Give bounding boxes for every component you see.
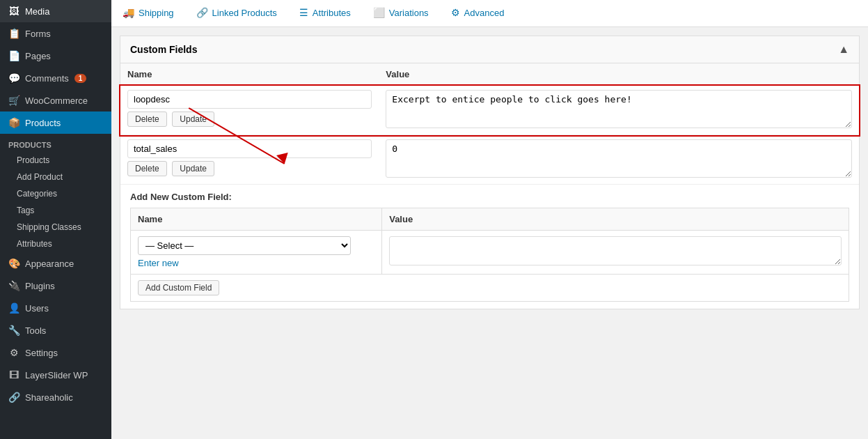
sidebar-item-products[interactable]: 📦 Products — [0, 111, 111, 134]
tab-row: 🚚 Shipping 🔗 Linked Products ☰ Attribute… — [111, 0, 868, 26]
cf-row1-actions: Delete Update — [127, 111, 372, 127]
custom-fields-table: Name Value Delete Update — [120, 63, 859, 185]
sidebar-item-pages[interactable]: 📄 Pages — [0, 45, 111, 67]
add-new-name-header: Name — [131, 208, 382, 231]
table-row: Delete Update 0 — [120, 135, 859, 185]
add-new-table: Name Value — Select — Enter new — [130, 208, 849, 302]
sidebar-sub-label-add-product: Add Product — [17, 172, 63, 182]
sidebar-sub-attributes[interactable]: Attributes — [0, 236, 111, 252]
sidebar-label-settings: Settings — [25, 348, 58, 358]
tab-shipping[interactable]: 🚚 Shipping — [111, 0, 185, 26]
add-new-name-cell: — Select — Enter new — [131, 231, 382, 275]
shareaholic-icon: 🔗 — [8, 392, 19, 403]
sidebar-sub-add-product[interactable]: Add Product — [0, 169, 111, 185]
add-new-header-row: Name Value — [131, 208, 849, 231]
sidebar-label-layerslider: LayerSlider WP — [25, 370, 88, 380]
cf-row1-value-cell: Excerpt to entice people to click goes h… — [379, 86, 859, 135]
sidebar-item-shareaholic[interactable]: 🔗 Shareaholic — [0, 386, 111, 408]
sidebar-sub-shipping-classes[interactable]: Shipping Classes — [0, 219, 111, 236]
sidebar-item-appearance[interactable]: 🎨 Appearance — [0, 252, 111, 275]
shipping-tab-icon: 🚚 — [123, 7, 134, 18]
cf-row2-name-cell: Delete Update — [120, 135, 379, 185]
settings-icon: ⚙ — [8, 347, 19, 358]
pages-icon: 📄 — [8, 50, 19, 61]
sidebar-label-shareaholic: Shareaholic — [25, 392, 73, 403]
highlighted-row-wrapper: Name Value Delete Update — [120, 63, 859, 185]
cf-row1-value-input[interactable]: Excerpt to entice people to click goes h… — [386, 90, 852, 128]
sidebar-label-comments: Comments — [25, 73, 69, 84]
tab-attributes-label: Attributes — [313, 8, 351, 18]
cf-row1-update-button[interactable]: Update — [172, 111, 214, 127]
plugins-icon: 🔌 — [8, 280, 19, 291]
sidebar-item-plugins[interactable]: 🔌 Plugins — [0, 275, 111, 297]
sidebar-label-products: Products — [25, 118, 61, 128]
forms-icon: 📋 — [8, 28, 19, 39]
add-new-value-header: Value — [382, 208, 849, 231]
tab-nav: 🚚 Shipping 🔗 Linked Products ☰ Attribute… — [111, 0, 868, 27]
custom-field-name-select[interactable]: — Select — — [138, 236, 351, 255]
layerslider-icon: 🎞 — [8, 369, 19, 380]
users-icon: 👤 — [8, 302, 19, 314]
sidebar-label-tools: Tools — [25, 325, 46, 336]
sidebar-item-users[interactable]: 👤 Users — [0, 297, 111, 319]
add-new-value-input[interactable] — [389, 236, 842, 265]
add-new-value-cell — [382, 231, 849, 275]
attributes-tab-icon: ☰ — [299, 7, 308, 18]
add-new-label: Add New Custom Field: — [130, 192, 849, 202]
section-toggle-icon[interactable]: ▲ — [838, 43, 849, 56]
cf-row2-value-input[interactable]: 0 — [386, 139, 852, 178]
enter-new-link[interactable]: Enter new — [138, 258, 374, 268]
cf-row1-name-cell: Delete Update — [120, 86, 379, 135]
sidebar-label-users: Users — [25, 303, 49, 314]
add-button-cell: Add Custom Field — [131, 275, 849, 302]
custom-fields-section: Custom Fields ▲ Name Value — [120, 36, 860, 309]
custom-fields-title: Custom Fields — [130, 44, 197, 55]
cf-row2-update-button[interactable]: Update — [172, 161, 214, 176]
sidebar-sub-label-shipping-classes: Shipping Classes — [17, 222, 81, 232]
sidebar-label-appearance: Appearance — [25, 259, 74, 269]
cf-name-header: Name — [120, 63, 379, 86]
sidebar-label-plugins: Plugins — [25, 281, 55, 291]
sidebar-label-woocommerce: WooCommerce — [25, 95, 88, 106]
sidebar-item-settings[interactable]: ⚙ Settings — [0, 341, 111, 364]
woocommerce-icon: 🛒 — [8, 95, 19, 106]
tab-attributes[interactable]: ☰ Attributes — [288, 0, 362, 26]
cf-row2-actions: Delete Update — [127, 161, 372, 176]
table-row: Delete Update Excerpt to entice people t… — [120, 86, 859, 135]
sidebar-sub-label-categories: Categories — [17, 189, 57, 199]
sidebar-sub-categories[interactable]: Categories — [0, 185, 111, 202]
sidebar-label-pages: Pages — [25, 51, 51, 61]
products-icon: 📦 — [8, 117, 19, 128]
cf-value-header: Value — [379, 63, 859, 86]
tab-variations-label: Variations — [389, 8, 429, 18]
add-custom-field-button[interactable]: Add Custom Field — [138, 280, 219, 295]
tab-variations[interactable]: ⬜ Variations — [362, 0, 440, 26]
add-new-row: — Select — Enter new — [131, 231, 849, 275]
sidebar-label-media: Media — [25, 6, 49, 17]
tab-advanced-label: Advanced — [464, 8, 505, 18]
main-content: 🚚 Shipping 🔗 Linked Products ☰ Attribute… — [111, 0, 868, 439]
cf-header-row: Name Value — [120, 63, 859, 86]
tab-shipping-label: Shipping — [139, 8, 174, 18]
sidebar-sub-label-attributes: Attributes — [17, 239, 52, 249]
sidebar-sub-products[interactable]: Products — [0, 152, 111, 169]
sidebar-item-forms[interactable]: 📋 Forms — [0, 22, 111, 45]
sidebar-sub-label-products: Products — [17, 155, 49, 165]
sidebar-sub-label-tags: Tags — [17, 206, 34, 215]
sidebar-item-tools[interactable]: 🔧 Tools — [0, 319, 111, 341]
tab-linked-products[interactable]: 🔗 Linked Products — [185, 0, 288, 26]
cf-row1-name-input[interactable] — [127, 90, 372, 109]
sidebar-sub-tags[interactable]: Tags — [0, 202, 111, 219]
tab-linked-products-label: Linked Products — [212, 8, 277, 18]
sidebar-item-woocommerce[interactable]: 🛒 WooCommerce — [0, 89, 111, 111]
sidebar-item-media[interactable]: 🖼 Media — [0, 0, 111, 22]
comments-badge: 1 — [74, 74, 87, 83]
tab-advanced[interactable]: ⚙ Advanced — [440, 0, 516, 26]
sidebar-item-layerslider[interactable]: 🎞 LayerSlider WP — [0, 364, 111, 386]
cf-row2-name-input[interactable] — [127, 139, 372, 158]
sidebar-item-comments[interactable]: 💬 Comments 1 — [0, 67, 111, 89]
cf-row2-delete-button[interactable]: Delete — [127, 161, 167, 176]
add-button-row: Add Custom Field — [131, 275, 849, 302]
cf-row1-delete-button[interactable]: Delete — [127, 111, 167, 127]
advanced-tab-icon: ⚙ — [451, 7, 460, 18]
